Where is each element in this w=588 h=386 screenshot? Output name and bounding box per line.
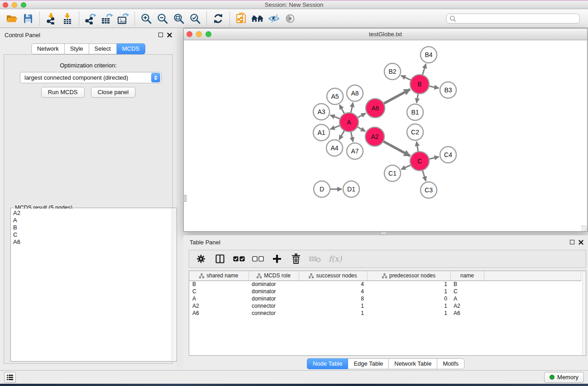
tab-select[interactable]: Select: [89, 43, 117, 54]
save-session-icon[interactable]: [20, 11, 36, 26]
search-box[interactable]: [446, 14, 580, 24]
graph-node-C2[interactable]: C2: [407, 124, 423, 140]
table-cell[interactable]: 0: [367, 295, 450, 302]
float-panel-icon[interactable]: [158, 33, 163, 37]
zoom-out-icon[interactable]: [154, 11, 171, 26]
table-cell[interactable]: C: [450, 288, 484, 295]
graph-node-B1[interactable]: B1: [407, 104, 423, 120]
edge-A-A1[interactable]: [330, 125, 340, 129]
import-table-icon[interactable]: [59, 11, 76, 26]
tab-network[interactable]: Network: [31, 43, 65, 54]
export-image-icon[interactable]: [115, 11, 131, 26]
zoom-selected-icon[interactable]: [187, 11, 203, 26]
import-network-icon[interactable]: [43, 11, 59, 26]
select-all-checkboxes-icon[interactable]: [233, 252, 245, 266]
column-header-mcds-role[interactable]: MCDS role: [249, 271, 299, 281]
delete-column-icon[interactable]: [290, 252, 302, 266]
table-row[interactable]: Bdominator41B: [189, 281, 581, 288]
edge-A-A3[interactable]: [330, 115, 340, 119]
deselect-all-checkboxes-icon[interactable]: [252, 252, 264, 266]
network-window-titlebar[interactable]: testGlobe.txt: [184, 29, 587, 40]
close-panel-icon[interactable]: [578, 240, 583, 245]
graph-node-D[interactable]: D: [314, 181, 330, 197]
graph-node-C4[interactable]: C4: [440, 147, 456, 163]
clone-network-icon[interactable]: [233, 11, 249, 26]
close-panel-icon[interactable]: [167, 33, 172, 38]
tab-network-table[interactable]: Network Table: [389, 358, 437, 369]
table-settings-icon[interactable]: [195, 252, 207, 266]
edge-A6-B[interactable]: [383, 89, 410, 104]
tab-edge-table[interactable]: Edge Table: [348, 358, 389, 369]
memory-button[interactable]: Memory: [544, 372, 584, 383]
edge-C-C3[interactable]: [422, 170, 425, 181]
zoom-fit-icon[interactable]: [171, 11, 187, 26]
table-header-row[interactable]: shared nameMCDS rolesuccessor nodesprede…: [189, 271, 581, 281]
table-cell[interactable]: A2: [189, 302, 249, 310]
graph-node-B2[interactable]: B2: [384, 63, 401, 80]
float-panel-icon[interactable]: [570, 240, 574, 244]
table-scrollbar[interactable]: [582, 271, 586, 355]
table-row[interactable]: A6connector11A6: [189, 310, 581, 317]
edge-A-A2[interactable]: [357, 127, 365, 131]
tab-motifs[interactable]: Motifs: [437, 358, 464, 369]
tab-mcds[interactable]: MCDS: [117, 43, 145, 54]
table-row[interactable]: Cdominator41C: [189, 288, 581, 295]
mcds-result-item[interactable]: A: [13, 217, 172, 224]
table-cell[interactable]: connector: [249, 302, 299, 310]
table-cell[interactable]: C: [189, 288, 249, 295]
table-cell[interactable]: 4: [299, 281, 367, 288]
graph-node-A[interactable]: A: [339, 113, 359, 132]
edge-A-A4[interactable]: [339, 130, 344, 139]
table-row[interactable]: A2connector11A2: [189, 302, 581, 310]
graph-node-A4[interactable]: A4: [326, 140, 343, 156]
edge-B-B3[interactable]: [429, 86, 439, 88]
table-cell[interactable]: 1: [367, 288, 450, 295]
column-header-successor-nodes[interactable]: successor nodes: [299, 271, 367, 281]
graph-node-A5[interactable]: A5: [327, 88, 343, 105]
graph-node-B[interactable]: B: [410, 75, 429, 94]
graph-node-C1[interactable]: C1: [384, 165, 401, 181]
table-cell[interactable]: A: [189, 295, 249, 302]
column-header-name[interactable]: name: [450, 271, 484, 281]
graph-node-C3[interactable]: C3: [421, 182, 437, 198]
table-cell[interactable]: A6: [189, 310, 249, 317]
mcds-result-item[interactable]: B: [13, 224, 172, 231]
table-cell[interactable]: 1: [367, 281, 450, 288]
graph-node-B4[interactable]: B4: [421, 47, 437, 63]
task-history-button[interactable]: [4, 372, 16, 383]
export-table-icon[interactable]: [99, 11, 115, 26]
edge-B-B1[interactable]: [416, 94, 418, 103]
graph-node-A1[interactable]: A1: [313, 124, 330, 141]
table-cell[interactable]: A: [450, 295, 484, 302]
table-cell[interactable]: 8: [299, 295, 367, 302]
edge-A-A8[interactable]: [351, 103, 353, 113]
edge-B-B2[interactable]: [401, 76, 411, 80]
splitpane-grabber[interactable]: [183, 195, 186, 202]
open-session-icon[interactable]: [4, 11, 20, 26]
graph-node-B3[interactable]: B3: [440, 82, 456, 98]
edge-A2-C[interactable]: [383, 141, 410, 156]
mcds-result-item[interactable]: C: [13, 231, 172, 238]
table-cell[interactable]: connector: [249, 310, 299, 317]
table-cell[interactable]: dominator: [249, 281, 299, 288]
tab-style[interactable]: Style: [65, 43, 89, 54]
graph-node-A6[interactable]: A6: [366, 99, 385, 118]
edge-C-C4[interactable]: [429, 157, 439, 159]
graph-node-A7[interactable]: A7: [347, 143, 363, 159]
split-column-icon[interactable]: [214, 252, 226, 266]
optimization-criterion-select[interactable]: largest connected component (directed): [20, 72, 162, 83]
table-cell[interactable]: B: [189, 281, 249, 288]
zoom-in-icon[interactable]: [138, 11, 154, 26]
edge-A-A5[interactable]: [339, 105, 344, 114]
table-cell[interactable]: dominator: [249, 288, 299, 295]
table-cell[interactable]: 1: [367, 310, 450, 317]
graph-node-C[interactable]: C: [410, 152, 429, 171]
mcds-result-item[interactable]: A2: [13, 210, 172, 217]
table-cell[interactable]: 1: [299, 302, 367, 310]
graph-node-A2[interactable]: A2: [365, 127, 384, 146]
run-mcds-button[interactable]: Run MCDS: [41, 87, 85, 98]
table-row[interactable]: Adominator80A: [189, 295, 581, 302]
network-graph-canvas[interactable]: AA1A2A3A4A5A6A7A8BB1B2B3B4CC1C2C3C4DD1: [184, 40, 587, 231]
mcds-result-list[interactable]: A2ABCA6: [11, 209, 172, 361]
table-cell[interactable]: 1: [299, 310, 367, 317]
